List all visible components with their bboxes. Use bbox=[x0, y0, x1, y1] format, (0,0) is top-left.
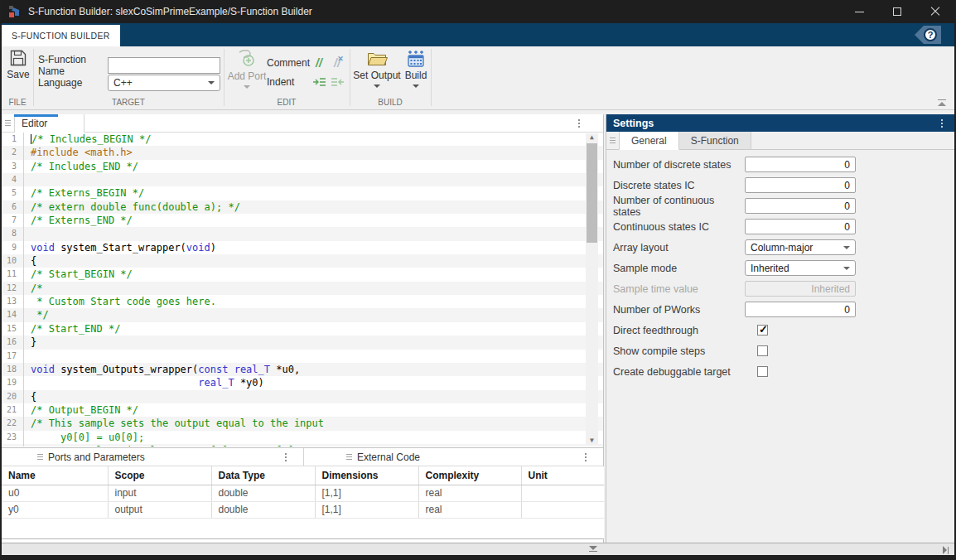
col-scope[interactable]: Scope bbox=[108, 466, 211, 485]
settings-grip-handle[interactable] bbox=[609, 132, 616, 149]
ports-grip-handle[interactable] bbox=[36, 454, 44, 460]
chevron-down-icon bbox=[413, 84, 419, 88]
table-cell[interactable]: input bbox=[108, 485, 211, 501]
indent-button[interactable] bbox=[310, 77, 328, 88]
tab-external-code[interactable]: External Code bbox=[304, 448, 603, 466]
code-line[interactable]: 18void system_Outputs_wrapper(const real… bbox=[2, 363, 603, 376]
code-line[interactable]: 21/* Output_BEGIN */ bbox=[2, 403, 603, 417]
table-cell[interactable]: [1,1] bbox=[315, 501, 418, 518]
code-line[interactable]: 7/* Externs_END */ bbox=[2, 214, 603, 227]
ports-menu-kebab-icon[interactable] bbox=[280, 453, 292, 461]
field-label: Continuous states IC bbox=[613, 221, 745, 233]
set-output-button[interactable]: Set Output bbox=[353, 49, 401, 88]
col-name[interactable]: Name bbox=[2, 466, 108, 485]
settings-menu-kebab-icon[interactable] bbox=[936, 119, 948, 128]
code-line[interactable]: 12/* bbox=[2, 282, 603, 295]
tab-ports-and-parameters[interactable]: Ports and Parameters bbox=[2, 448, 304, 466]
line-number: 14 bbox=[2, 308, 24, 321]
array-layout-dropdown[interactable]: Column-major bbox=[745, 239, 856, 255]
code-line[interactable]: 23 y0[0] = u0[0]; bbox=[2, 431, 603, 444]
code-line[interactable]: 24 For complex signals use: y0[0].re = u… bbox=[2, 444, 603, 447]
minimize-button[interactable] bbox=[840, 0, 878, 23]
table-cell[interactable]: y0 bbox=[2, 501, 108, 518]
code-line[interactable]: 13 * Custom Start code goes here. bbox=[2, 295, 603, 308]
editor-scrollbar[interactable]: ▲ ▼ bbox=[586, 133, 598, 445]
collapse-right-icon bbox=[948, 547, 949, 554]
code-line[interactable]: 19 real_T *y0) bbox=[2, 376, 603, 389]
tab-sfunction[interactable]: S-Function bbox=[679, 132, 751, 149]
table-cell[interactable] bbox=[521, 501, 604, 518]
code-line[interactable]: 11/* Start_BEGIN */ bbox=[2, 268, 603, 281]
tab-sfunction-builder[interactable]: S-FUNCTION BUILDER bbox=[2, 25, 120, 46]
table-cell[interactable]: real bbox=[418, 485, 521, 501]
table-row[interactable]: y0outputdouble[1,1]real bbox=[2, 501, 604, 518]
create-debuggable-checkbox[interactable] bbox=[757, 366, 768, 377]
collapse-right-panel-button[interactable] bbox=[943, 546, 949, 554]
code-line[interactable]: 8 bbox=[2, 227, 603, 240]
code-line[interactable]: 1/* Includes_BEGIN */ bbox=[2, 133, 603, 146]
comment-button[interactable]: // bbox=[310, 56, 328, 70]
code-line[interactable]: 22/* This sample sets the output equal t… bbox=[2, 417, 603, 430]
help-button[interactable]: ? bbox=[915, 26, 941, 44]
table-cell[interactable]: real bbox=[418, 501, 521, 518]
col-complexity[interactable]: Complexity bbox=[418, 466, 521, 485]
language-dropdown[interactable]: C++ bbox=[108, 75, 220, 91]
set-output-label: Set Output bbox=[353, 70, 400, 81]
table-cell[interactable]: [1,1] bbox=[315, 485, 418, 501]
code-line[interactable]: 5/* Externs_BEGIN */ bbox=[2, 186, 603, 200]
outdent-button[interactable] bbox=[328, 77, 346, 88]
collapse-ribbon-button[interactable] bbox=[936, 99, 948, 106]
table-cell[interactable]: output bbox=[108, 501, 211, 518]
save-button[interactable]: Save bbox=[5, 49, 31, 80]
uncomment-button[interactable]: //✕ bbox=[328, 56, 346, 70]
code-area[interactable]: 1/* Includes_BEGIN */2#include <math.h>3… bbox=[2, 133, 603, 447]
direct-feedthrough-checkbox[interactable] bbox=[757, 325, 768, 336]
code-line[interactable]: 2#include <math.h> bbox=[2, 146, 603, 159]
code-line[interactable]: 3/* Includes_END */ bbox=[2, 160, 603, 173]
close-button[interactable] bbox=[916, 0, 954, 23]
editor-panel: Editor 1/* Includes_BEGIN */2#include <m… bbox=[2, 114, 604, 447]
col-dimensions[interactable]: Dimensions bbox=[315, 466, 418, 485]
scrollbar-thumb[interactable] bbox=[587, 143, 597, 243]
external-code-grip-handle[interactable] bbox=[345, 454, 353, 460]
code-line[interactable]: 16} bbox=[2, 336, 603, 349]
code-line[interactable]: 4 bbox=[2, 173, 603, 186]
code-line[interactable]: 17 bbox=[2, 350, 603, 363]
bottom-strip bbox=[2, 543, 954, 555]
table-cell[interactable]: u0 bbox=[2, 485, 108, 501]
sample-mode-dropdown[interactable]: Inherited bbox=[745, 260, 856, 276]
table-cell[interactable]: double bbox=[211, 501, 315, 518]
table-cell[interactable]: double bbox=[211, 485, 315, 501]
code-line[interactable]: 10{ bbox=[2, 254, 603, 268]
discrete-states-input[interactable] bbox=[745, 157, 856, 172]
maximize-button[interactable] bbox=[878, 0, 916, 23]
collapse-bottom-panel-button[interactable] bbox=[588, 546, 598, 552]
add-port-button[interactable]: Add Port bbox=[227, 49, 267, 89]
scroll-down-icon[interactable]: ▼ bbox=[586, 437, 598, 445]
editor-grip-handle[interactable] bbox=[4, 120, 12, 126]
tab-general[interactable]: General bbox=[619, 132, 679, 150]
show-compile-steps-checkbox[interactable] bbox=[757, 345, 768, 356]
discrete-states-ic-input[interactable] bbox=[745, 177, 856, 193]
code-line[interactable]: 20{ bbox=[2, 390, 603, 403]
table-row[interactable]: u0inputdouble[1,1]real bbox=[2, 485, 604, 501]
continuous-states-input[interactable] bbox=[745, 198, 856, 214]
external-code-menu-kebab-icon[interactable] bbox=[580, 453, 591, 461]
sample-time-input bbox=[745, 281, 856, 297]
build-button[interactable]: Build bbox=[401, 49, 431, 88]
indent-row: Indent bbox=[267, 76, 346, 88]
pworks-input[interactable] bbox=[745, 302, 856, 317]
code-line[interactable]: 9void system_Start_wrapper(void) bbox=[2, 241, 603, 254]
code-line[interactable]: 15/* Start_END */ bbox=[2, 322, 603, 336]
scroll-up-icon[interactable]: ▲ bbox=[586, 133, 598, 142]
col-data-type[interactable]: Data Type bbox=[211, 466, 315, 485]
editor-menu-kebab-icon[interactable] bbox=[573, 119, 585, 128]
table-cell[interactable] bbox=[521, 485, 604, 501]
editor-tab-bar: Editor bbox=[2, 114, 603, 133]
col-unit[interactable]: Unit bbox=[521, 466, 604, 485]
sfunction-name-input[interactable] bbox=[108, 57, 220, 74]
continuous-states-ic-input[interactable] bbox=[745, 219, 856, 234]
code-line[interactable]: 6/* extern double func(double a); */ bbox=[2, 200, 603, 214]
code-line[interactable]: 14 */ bbox=[2, 308, 603, 321]
field-pworks: Number of PWorks bbox=[613, 302, 954, 317]
